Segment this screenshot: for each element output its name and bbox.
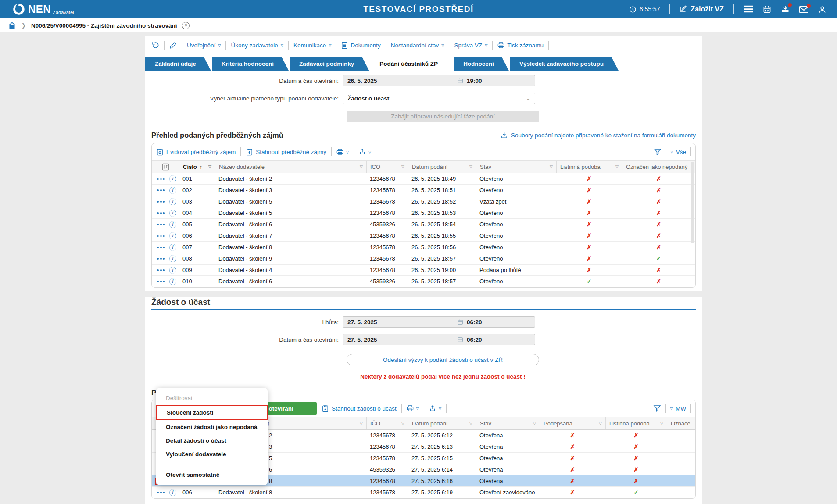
table-settings-cell[interactable] xyxy=(152,161,179,173)
register-interest-button[interactable]: Evidovat předběžný zájem xyxy=(156,148,236,156)
tab-kriteria-hodnoceni[interactable]: Kritéria hodnocení xyxy=(212,57,289,71)
table-row[interactable]: i002Dodavatel - školení 31234567826. 5. … xyxy=(152,185,695,196)
view-filter-select[interactable]: ▽ MW xyxy=(670,405,686,412)
row-menu-icon[interactable] xyxy=(156,176,165,182)
col-stav[interactable]: Stav▽ xyxy=(476,161,556,173)
table-export-button[interactable]: ▽ xyxy=(359,148,371,155)
col-datum-podani[interactable]: Datum podání▽ xyxy=(408,417,476,429)
download-requests-button[interactable]: Stáhnout žádosti o účast xyxy=(322,405,397,412)
menu-item-vylouceni-dodavatele[interactable]: Vyloučení dodavatele xyxy=(156,447,268,461)
row-menu-icon[interactable] xyxy=(156,211,165,216)
view-filter-select[interactable]: ▽ Vše xyxy=(671,149,686,155)
next-phase-button[interactable]: Zahájit přípravu následující fáze podání xyxy=(347,111,539,122)
menu-sprava-vz[interactable]: Správa VZ▽ xyxy=(454,42,487,49)
tab-podani-ucastniku-zp[interactable]: Podání účastníků ZP xyxy=(370,57,453,71)
data-cell: 26. 5. 2025 18:52 xyxy=(408,198,476,205)
row-menu-icon[interactable] xyxy=(156,279,165,284)
menu-item-detail-zadosti[interactable]: Detail žádosti o účast xyxy=(156,434,268,447)
filter-button[interactable] xyxy=(653,404,661,412)
filter-button[interactable] xyxy=(654,148,662,156)
row-menu-icon[interactable] xyxy=(156,245,165,250)
table-row[interactable]: i010Dodavatel - školení 64535932626. 5. … xyxy=(152,276,695,287)
tab-zadavaci-podminky[interactable]: Zadávací podmínky xyxy=(290,57,369,71)
home-icon[interactable] xyxy=(8,21,16,30)
row-menu-icon[interactable] xyxy=(156,268,165,273)
row-info-icon[interactable]: i xyxy=(169,267,176,274)
row-info-icon[interactable]: i xyxy=(169,210,176,217)
row-info-icon[interactable]: i xyxy=(169,278,176,285)
col-cislo[interactable]: Číslo↑▽ xyxy=(179,161,215,173)
messages-button[interactable] xyxy=(799,6,808,13)
tab-zakladni-udaje[interactable]: Základní údaje xyxy=(145,57,211,71)
nen-logo-icon xyxy=(12,3,25,16)
table-print-button[interactable]: ▽ xyxy=(336,148,349,155)
breadcrumb-item[interactable]: N006/25/V00004995 - Zajištění závodního … xyxy=(31,22,177,29)
downloads-button[interactable] xyxy=(781,5,790,14)
table-row[interactable]: i006Dodavatel - školení 81234567827. 5. … xyxy=(152,487,695,498)
data-cell: 12345678 xyxy=(366,187,408,193)
row-menu-icon[interactable] xyxy=(156,233,165,239)
row-info-icon[interactable]: i xyxy=(169,489,176,496)
submission-files-link[interactable]: Soubory podání najdete připravené ke sta… xyxy=(501,132,696,139)
table-row[interactable]: i001Dodavatel - školení 21234567826. 5. … xyxy=(152,173,695,185)
row-menu-icon[interactable] xyxy=(156,222,165,227)
row-info-icon[interactable]: i xyxy=(169,255,176,262)
col-datum-podani[interactable]: Datum podání▽ xyxy=(408,161,476,173)
table-row[interactable]: i009Dodavatel - školení 41234567826. 5. … xyxy=(152,265,695,276)
opening-datetime-field2: 27. 5. 2025 06:20 xyxy=(343,334,535,345)
menu-uverejneni[interactable]: Uveřejnění▽ xyxy=(187,42,221,49)
calendar-button[interactable] xyxy=(763,5,771,14)
menu-item-oznaceni-jako-nepodana[interactable]: Označení žádosti jako nepodaná xyxy=(156,420,268,434)
row-menu-icon[interactable] xyxy=(156,490,165,495)
user-profile-button[interactable] xyxy=(818,5,826,14)
menu-item-otevrit-samostatne[interactable]: Otevřít samostatně xyxy=(156,468,268,482)
tab-hodnoceni[interactable]: Hodnocení xyxy=(454,57,509,71)
row-info-icon[interactable]: i xyxy=(169,244,176,251)
send-invitation-button[interactable]: Odeslání výzvy k podání žádosti o účast … xyxy=(347,354,539,365)
row-info-icon[interactable]: i xyxy=(169,187,176,194)
section2-title: Žádost o účast xyxy=(151,297,696,307)
col-listinna-podoba[interactable]: Listinná podoba▽ xyxy=(605,417,667,429)
nen-logo[interactable]: NEN Zadavatel xyxy=(12,3,74,16)
table-row[interactable]: i006Dodavatel - školení 71234567826. 5. … xyxy=(152,230,695,242)
close-tab-icon[interactable]: ✕ xyxy=(182,22,190,29)
col-listinna-podoba[interactable]: Listinná podoba▽ xyxy=(556,161,622,173)
row-info-icon[interactable]: i xyxy=(169,175,176,182)
table-row[interactable]: i007Dodavatel - školení 81234567826. 5. … xyxy=(152,242,695,253)
table-scrollbar[interactable] xyxy=(691,162,694,243)
print-record-button[interactable]: Tisk záznamu xyxy=(497,42,544,49)
edit-record-button[interactable] xyxy=(169,42,177,49)
col-podepsana[interactable]: Podepsána▽ xyxy=(540,417,605,429)
table-row[interactable]: i003Dodavatel - školení 51234567826. 5. … xyxy=(152,196,695,207)
col-oznacen-partial[interactable]: Označe xyxy=(667,417,695,429)
download-interests-button[interactable]: Stáhnout předběžné zájmy xyxy=(246,148,326,156)
menu-ukony-zadavatele[interactable]: Úkony zadavatele▽ xyxy=(231,42,283,49)
menu-nestandardni-stav[interactable]: Nestandardní stav▽ xyxy=(391,42,444,49)
menu-dokumenty[interactable]: Dokumenty xyxy=(341,42,380,49)
refresh-button[interactable] xyxy=(151,41,159,49)
data-cell: 12345678 xyxy=(366,198,408,205)
row-info-icon[interactable]: i xyxy=(169,221,176,228)
table-row[interactable]: i005Dodavatel - školení 64535932626. 5. … xyxy=(152,219,695,230)
table-row[interactable]: i008Dodavatel - školení 91234567826. 5. … xyxy=(152,253,695,265)
menu-komunikace[interactable]: Komunikace▽ xyxy=(293,42,331,49)
submission-type-select[interactable]: Žádost o účast ⌄ xyxy=(343,93,535,104)
table-row[interactable]: i004Dodavatel - školení 51234567826. 5. … xyxy=(152,207,695,219)
menu-item-slouceni-zadosti[interactable]: Sloučení žádostí xyxy=(156,405,268,420)
row-info-icon[interactable]: i xyxy=(169,198,176,205)
col-ico[interactable]: IČO▽ xyxy=(366,417,408,429)
tab-vysledek-zadavaciho-postupu[interactable]: Výsledek zadávacího postupu xyxy=(510,57,619,71)
table-print-button[interactable]: ▽ xyxy=(407,405,419,412)
col-ico[interactable]: IČO▽ xyxy=(366,161,408,173)
create-vz-button[interactable]: Založit VZ xyxy=(680,5,724,13)
col-stav[interactable]: Stav▽ xyxy=(476,417,540,429)
row-menu-icon[interactable] xyxy=(156,256,165,261)
row-info-icon[interactable]: i xyxy=(169,232,176,239)
col-nazev-dodavatele[interactable]: Název dodavatele▽ xyxy=(215,161,366,173)
row-menu-icon[interactable] xyxy=(156,188,165,193)
col-oznacen-jako-nepodany[interactable]: Označen jako nepodaný xyxy=(622,161,695,173)
table-export-button[interactable]: ▽ xyxy=(429,405,441,412)
main-menu-button[interactable] xyxy=(744,5,753,13)
menu-item-desifrovat[interactable]: Dešifrovat xyxy=(156,391,268,405)
row-menu-icon[interactable] xyxy=(156,199,165,204)
